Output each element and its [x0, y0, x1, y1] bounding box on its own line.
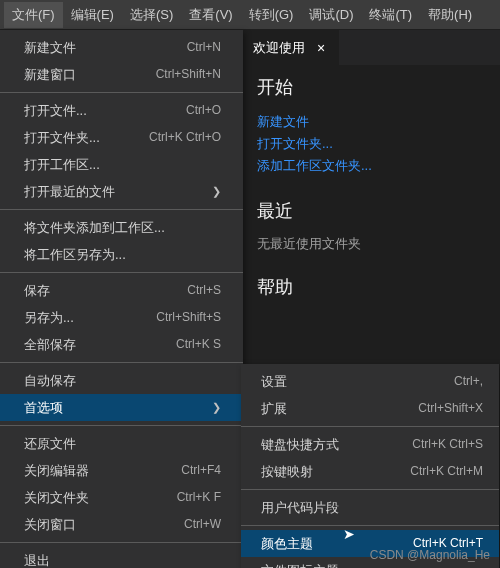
menu-label: 关闭文件夹	[24, 488, 89, 507]
menubar: 文件(F)编辑(E)选择(S)查看(V)转到(G)调试(D)终端(T)帮助(H)	[0, 0, 500, 30]
menu-item[interactable]: 将文件夹添加到工作区...	[0, 214, 243, 241]
menu-item[interactable]: 首选项❯	[0, 394, 243, 421]
menu-item[interactable]: 关闭窗口Ctrl+W	[0, 511, 243, 538]
menubar-item[interactable]: 查看(V)	[181, 2, 240, 28]
menu-separator	[0, 425, 243, 426]
menu-item[interactable]: 新建文件Ctrl+N	[0, 34, 243, 61]
recent-empty: 无最近使用文件夹	[257, 235, 486, 253]
submenu-label: 颜色主题	[261, 534, 313, 553]
submenu-label: 用户代码片段	[261, 498, 339, 517]
menu-shortcut: Ctrl+S	[187, 281, 221, 300]
submenu-item[interactable]: 键盘快捷方式Ctrl+K Ctrl+S	[241, 431, 499, 458]
chevron-right-icon: ❯	[212, 182, 221, 201]
menu-label: 还原文件	[24, 434, 76, 453]
menu-shortcut: Ctrl+Shift+N	[156, 65, 221, 84]
menu-shortcut: Ctrl+K Ctrl+O	[149, 128, 221, 147]
tab-label: 欢迎使用	[253, 39, 305, 57]
menu-label: 退出	[24, 551, 50, 568]
menubar-item[interactable]: 帮助(H)	[420, 2, 480, 28]
menu-label: 打开文件夹...	[24, 128, 100, 147]
menu-label: 打开最近的文件	[24, 182, 115, 201]
start-links: 新建文件打开文件夹...添加工作区文件夹...	[257, 111, 486, 177]
submenu-label: 扩展	[261, 399, 287, 418]
menu-shortcut: Ctrl+W	[184, 515, 221, 534]
menu-shortcut: Ctrl+F4	[181, 461, 221, 480]
submenu-item[interactable]: 用户代码片段	[241, 494, 499, 521]
menu-shortcut: Ctrl+K S	[176, 335, 221, 354]
menu-separator	[241, 489, 499, 490]
file-menu: 新建文件Ctrl+N新建窗口Ctrl+Shift+N打开文件...Ctrl+O打…	[0, 30, 243, 568]
submenu-label: 文件图标主题	[261, 561, 339, 568]
menu-shortcut: Ctrl+Shift+S	[156, 308, 221, 327]
menu-item[interactable]: 全部保存Ctrl+K S	[0, 331, 243, 358]
submenu-shortcut: Ctrl+K Ctrl+S	[412, 435, 483, 454]
menu-label: 新建文件	[24, 38, 76, 57]
tab-welcome[interactable]: 欢迎使用 ×	[243, 30, 339, 65]
tab-bar: 欢迎使用 ×	[243, 30, 500, 65]
menu-item[interactable]: 还原文件	[0, 430, 243, 457]
welcome-link[interactable]: 新建文件	[257, 111, 486, 133]
menu-separator	[0, 362, 243, 363]
menu-item[interactable]: 关闭编辑器Ctrl+F4	[0, 457, 243, 484]
submenu-item[interactable]: 设置Ctrl+,	[241, 368, 499, 395]
menu-item[interactable]: 自动保存	[0, 367, 243, 394]
menu-item[interactable]: 打开文件...Ctrl+O	[0, 97, 243, 124]
recent-title: 最近	[257, 199, 486, 223]
menu-label: 关闭编辑器	[24, 461, 89, 480]
submenu-shortcut: Ctrl+Shift+X	[418, 399, 483, 418]
watermark: CSDN @Magnolia_He	[370, 548, 490, 562]
submenu-label: 键盘快捷方式	[261, 435, 339, 454]
menubar-item[interactable]: 选择(S)	[122, 2, 181, 28]
chevron-right-icon: ❯	[212, 398, 221, 417]
menu-label: 全部保存	[24, 335, 76, 354]
menu-shortcut: Ctrl+N	[187, 38, 221, 57]
submenu-item[interactable]: 按键映射Ctrl+K Ctrl+M	[241, 458, 499, 485]
menubar-item[interactable]: 调试(D)	[301, 2, 361, 28]
menu-item[interactable]: 打开最近的文件❯	[0, 178, 243, 205]
menu-item[interactable]: 打开文件夹...Ctrl+K Ctrl+O	[0, 124, 243, 151]
menu-item[interactable]: 新建窗口Ctrl+Shift+N	[0, 61, 243, 88]
menu-separator	[0, 209, 243, 210]
menu-separator	[241, 426, 499, 427]
menu-item[interactable]: 打开工作区...	[0, 151, 243, 178]
start-title: 开始	[257, 75, 486, 99]
menu-label: 将工作区另存为...	[24, 245, 126, 264]
menu-label: 关闭窗口	[24, 515, 76, 534]
menu-item[interactable]: 关闭文件夹Ctrl+K F	[0, 484, 243, 511]
preferences-submenu: 设置Ctrl+,扩展Ctrl+Shift+X键盘快捷方式Ctrl+K Ctrl+…	[241, 364, 499, 568]
menu-separator	[241, 525, 499, 526]
submenu-shortcut: Ctrl+,	[454, 372, 483, 391]
menubar-item[interactable]: 编辑(E)	[63, 2, 122, 28]
welcome-link[interactable]: 添加工作区文件夹...	[257, 155, 486, 177]
menu-shortcut: Ctrl+O	[186, 101, 221, 120]
submenu-item[interactable]: 扩展Ctrl+Shift+X	[241, 395, 499, 422]
menubar-item[interactable]: 转到(G)	[241, 2, 302, 28]
menu-label: 将文件夹添加到工作区...	[24, 218, 165, 237]
menu-label: 另存为...	[24, 308, 74, 327]
menu-shortcut: Ctrl+K F	[177, 488, 221, 507]
submenu-shortcut: Ctrl+K Ctrl+M	[410, 462, 483, 481]
menubar-item[interactable]: 文件(F)	[4, 2, 63, 28]
menu-separator	[0, 92, 243, 93]
submenu-label: 设置	[261, 372, 287, 391]
help-title: 帮助	[257, 275, 486, 299]
menu-item[interactable]: 将工作区另存为...	[0, 241, 243, 268]
menu-label: 保存	[24, 281, 50, 300]
menu-item[interactable]: 保存Ctrl+S	[0, 277, 243, 304]
menu-item[interactable]: 另存为...Ctrl+Shift+S	[0, 304, 243, 331]
menu-separator	[0, 542, 243, 543]
menu-label: 自动保存	[24, 371, 76, 390]
menu-label: 打开文件...	[24, 101, 87, 120]
welcome-link[interactable]: 打开文件夹...	[257, 133, 486, 155]
menu-separator	[0, 272, 243, 273]
menu-label: 打开工作区...	[24, 155, 100, 174]
menu-label: 新建窗口	[24, 65, 76, 84]
menu-label: 首选项	[24, 398, 63, 417]
menubar-item[interactable]: 终端(T)	[361, 2, 420, 28]
submenu-label: 按键映射	[261, 462, 313, 481]
close-icon[interactable]: ×	[313, 40, 329, 56]
menu-item[interactable]: 退出	[0, 547, 243, 568]
